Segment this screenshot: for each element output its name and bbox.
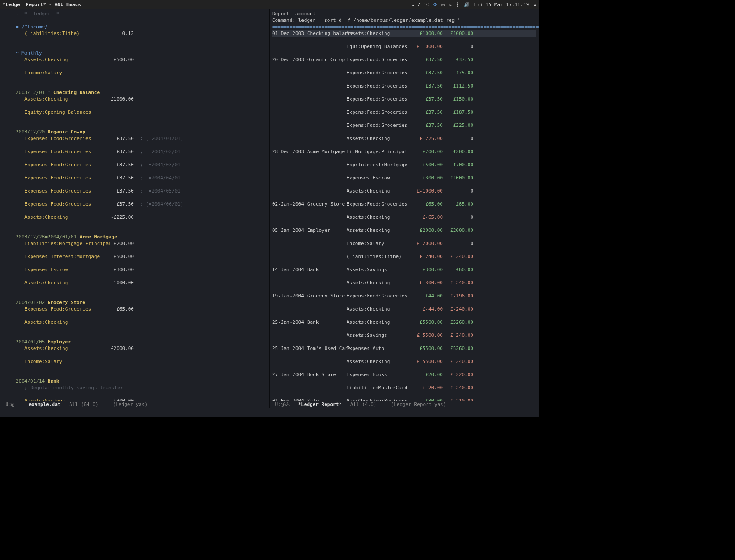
minibuffer[interactable]	[0, 408, 539, 417]
weather-indicator: ☁ 7 °C	[412, 1, 429, 8]
left-modeline: -U:@--- example.dat All (64,0) (Ledger y…	[0, 401, 269, 408]
refresh-icon[interactable]: ⟳	[433, 1, 437, 8]
ledger-report-buffer[interactable]: Report: account Command: ledger --sort d…	[270, 9, 539, 417]
window-title: *Ledger Report* - GNU Emacs	[3, 1, 81, 8]
right-modeline: -U:@%%- *Ledger Report* All (4,0) (Ledge…	[270, 401, 539, 408]
volume-icon[interactable]: 🔊	[464, 1, 470, 8]
mail-icon[interactable]: ✉	[441, 1, 444, 8]
bluetooth-icon[interactable]: ᛒ	[456, 1, 459, 8]
right-pane[interactable]: Report: account Command: ledger --sort d…	[270, 9, 539, 417]
left-pane[interactable]: ; -*- ledger -*- = /^Income/ (Liabilitie…	[0, 9, 270, 417]
desktop-topbar: *Ledger Report* - GNU Emacs ☁ 7 °C ⟳ ✉ ⇅…	[0, 0, 539, 9]
network-icon[interactable]: ⇅	[449, 1, 452, 8]
system-tray: ☁ 7 °C ⟳ ✉ ⇅ ᛒ 🔊 Fri 15 Mar 17:11:19 ⚙	[412, 1, 536, 8]
clock: Fri 15 Mar 17:11:19	[474, 1, 529, 8]
ledger-source-buffer[interactable]: ; -*- ledger -*- = /^Income/ (Liabilitie…	[0, 9, 269, 417]
settings-gear-icon[interactable]: ⚙	[533, 1, 536, 8]
